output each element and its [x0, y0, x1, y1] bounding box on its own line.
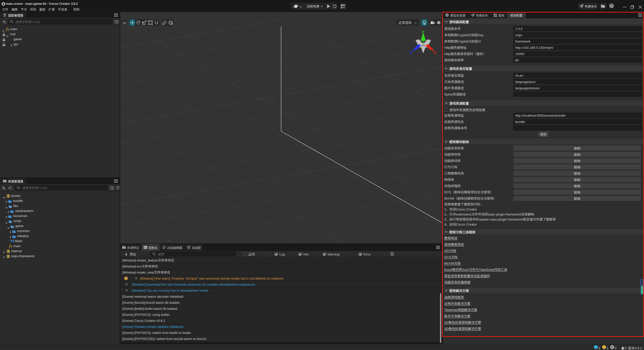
- svg-text:Y: Y: [422, 30, 424, 34]
- svg-text:Z: Z: [410, 50, 412, 55]
- svg-text:X: X: [434, 51, 436, 55]
- svg-text:?: ?: [611, 4, 613, 8]
